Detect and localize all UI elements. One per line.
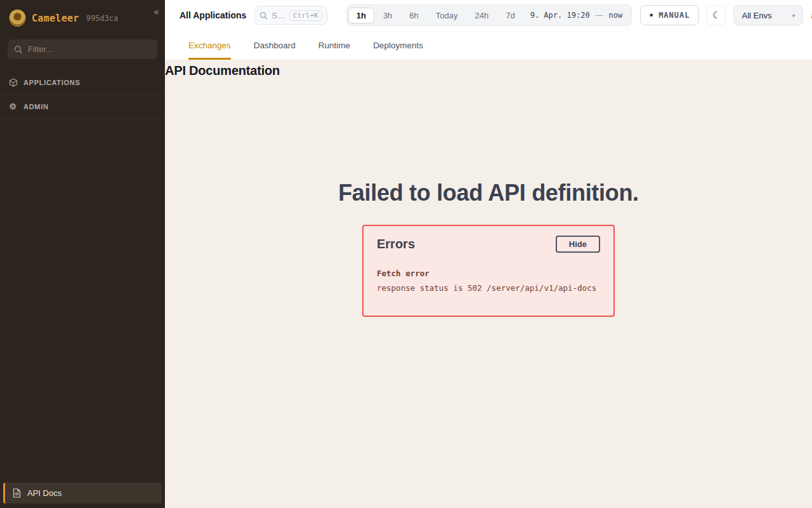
main-content: API Documentation Failed to load API def…: [165, 60, 812, 508]
app-root: Cameleer 995d3ca « APPLI: [0, 0, 812, 508]
camel-logo-icon: [9, 10, 26, 27]
sidebar-section-label: APPLICATIONS: [23, 79, 80, 86]
sidebar-filter-input[interactable]: [28, 44, 151, 54]
refresh-mode-label: MANUAL: [658, 11, 690, 20]
sidebar-item-api-docs[interactable]: API Docs: [3, 483, 162, 504]
moon-icon: ☾: [712, 10, 721, 21]
gear-icon: ⚙: [8, 102, 18, 110]
sidebar: Cameleer 995d3ca « APPLI: [0, 0, 165, 508]
environment-select-value: All Envs: [742, 11, 771, 20]
chevron-down-icon: ▾: [792, 12, 795, 19]
logo-version: 995d3ca: [86, 14, 119, 23]
time-range-today[interactable]: Today: [428, 8, 466, 23]
tab-dashboard[interactable]: Dashboard: [254, 30, 296, 60]
dark-mode-toggle[interactable]: ☾: [707, 5, 726, 25]
topbar-right-cluster: ● MANUAL ☾ All Envs ▾ admin: [640, 5, 812, 25]
errors-panel-header: Errors Hide: [377, 236, 600, 253]
logo: Cameleer 995d3ca: [0, 0, 165, 34]
content-column: All Applications S… Ctrl+K 1h 3h 6h Toda…: [165, 0, 812, 508]
error-name: Fetch error: [377, 269, 600, 278]
topbar: All Applications S… Ctrl+K 1h 3h 6h Toda…: [165, 0, 812, 30]
error-message: response status is 502 /server/api/v1/ap…: [377, 283, 600, 293]
search-icon: [14, 45, 23, 54]
environment-select[interactable]: All Envs ▾: [733, 5, 803, 25]
global-search-input[interactable]: S… Ctrl+K: [254, 6, 327, 25]
time-range-3h[interactable]: 3h: [375, 8, 400, 23]
sidebar-collapse-button[interactable]: «: [154, 6, 159, 18]
sidebar-section-applications[interactable]: APPLICATIONS: [0, 70, 165, 95]
tabbar: Exchanges Dashboard Runtime Deployments: [165, 30, 812, 60]
status-dot-icon: ●: [650, 13, 653, 18]
sidebar-section-label: ADMIN: [23, 103, 49, 110]
hide-errors-button[interactable]: Hide: [556, 236, 600, 253]
sidebar-section-admin[interactable]: ⚙ ADMIN: [0, 95, 165, 119]
time-range-24h[interactable]: 24h: [467, 8, 497, 23]
sidebar-footer: API Docs: [0, 479, 165, 508]
sidebar-item-label: API Docs: [27, 488, 62, 498]
error-headline: Failed to load API definition.: [165, 180, 812, 206]
page-title: API Documentation: [165, 64, 812, 78]
search-placeholder-text: S…: [272, 11, 285, 20]
search-icon: [259, 11, 268, 20]
package-icon: [8, 78, 18, 87]
time-range-to: now: [605, 11, 631, 20]
time-range-separator: —: [594, 11, 605, 20]
document-icon: [13, 488, 21, 498]
time-range-picker: 1h 3h 6h Today 24h 7d 9. Apr. 19:20 — no…: [346, 4, 632, 26]
tab-exchanges[interactable]: Exchanges: [188, 30, 231, 60]
sidebar-filter[interactable]: [8, 39, 157, 59]
errors-panel: Errors Hide Fetch error response status …: [362, 225, 615, 317]
page-context-title: All Applications: [180, 10, 246, 20]
refresh-mode-button[interactable]: ● MANUAL: [640, 5, 699, 25]
time-range-1h[interactable]: 1h: [348, 8, 374, 23]
tab-runtime[interactable]: Runtime: [318, 30, 350, 60]
time-range-7d[interactable]: 7d: [497, 8, 523, 23]
logo-title: Cameleer: [32, 13, 79, 24]
collapse-icon: «: [154, 6, 159, 18]
time-range-6h[interactable]: 6h: [401, 8, 426, 23]
tab-deployments[interactable]: Deployments: [373, 30, 423, 60]
search-shortcut-badge: Ctrl+K: [289, 10, 322, 21]
errors-title: Errors: [377, 237, 415, 251]
time-range-from: 9. Apr. 19:20: [524, 11, 594, 20]
